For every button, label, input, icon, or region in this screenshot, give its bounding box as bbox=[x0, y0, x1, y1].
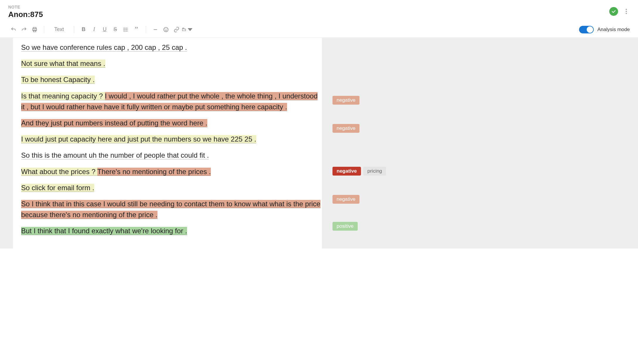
quote-button[interactable]: ” bbox=[131, 24, 142, 35]
transcript-line[interactable]: What about the prices ? There's no menti… bbox=[21, 166, 322, 177]
more-menu-button[interactable] bbox=[623, 8, 630, 15]
toolbar: Text B I U S ” Analysis mode bbox=[0, 21, 638, 38]
horizontal-rule-button[interactable] bbox=[150, 24, 161, 35]
tag-negative[interactable]: negative bbox=[332, 195, 359, 204]
toggle-knob bbox=[587, 26, 593, 33]
tag-row: negative bbox=[332, 123, 638, 134]
tag-positive[interactable]: positive bbox=[332, 222, 358, 231]
segment[interactable]: Is that meaning capacity ? bbox=[21, 92, 105, 100]
svg-point-8 bbox=[124, 31, 124, 31]
analysis-mode-toggle[interactable] bbox=[579, 26, 594, 33]
transcript-line[interactable]: So click for email form . bbox=[21, 182, 322, 193]
redo-icon bbox=[21, 27, 27, 33]
toolbar-divider bbox=[44, 26, 44, 33]
redo-button[interactable] bbox=[19, 24, 29, 35]
segment[interactable]: So I think that in this case I would sti… bbox=[21, 200, 320, 219]
tag-negative[interactable]: negative bbox=[332, 124, 359, 133]
segment[interactable]: I would just put capacity here and just … bbox=[21, 135, 256, 143]
link-icon bbox=[174, 27, 179, 33]
svg-point-12 bbox=[167, 29, 167, 29]
tags-column: negative negative negative pricing negat… bbox=[322, 38, 638, 249]
transcript-line[interactable]: But I think that I found exactly what we… bbox=[21, 225, 322, 236]
folder-button[interactable] bbox=[182, 24, 192, 35]
tag-negative[interactable]: negative bbox=[332, 96, 359, 105]
content-area: So we have conference rules cap , 200 ca… bbox=[0, 38, 638, 249]
chevron-down-icon bbox=[188, 27, 193, 33]
print-button[interactable] bbox=[29, 24, 40, 35]
undo-icon bbox=[11, 27, 16, 33]
analysis-mode-label: Analysis mode bbox=[597, 27, 630, 33]
strikethrough-button[interactable]: S bbox=[110, 24, 121, 35]
analysis-mode-toggle-wrap: Analysis mode bbox=[579, 26, 630, 33]
page-title: Anon:875 bbox=[8, 10, 43, 19]
list-button[interactable] bbox=[121, 24, 131, 35]
transcript-line[interactable]: Is that meaning capacity ? I would , I w… bbox=[21, 91, 322, 112]
svg-point-11 bbox=[165, 29, 165, 29]
underline-button[interactable]: U bbox=[99, 24, 110, 35]
svg-point-10 bbox=[164, 27, 168, 32]
folder-open-icon bbox=[182, 27, 187, 33]
editor-content[interactable]: So we have conference rules cap , 200 ca… bbox=[13, 38, 322, 249]
segment[interactable]: But I think that I found exactly what we… bbox=[21, 227, 187, 235]
segment[interactable]: What about the prices ? bbox=[21, 168, 97, 176]
minus-icon bbox=[152, 27, 158, 33]
svg-point-6 bbox=[124, 28, 124, 28]
header-right bbox=[609, 5, 630, 16]
transcript-line[interactable]: So this is the amount uh the number of p… bbox=[21, 150, 322, 161]
segment[interactable]: There's no mentioning of the prices . bbox=[97, 168, 211, 176]
italic-button[interactable]: I bbox=[89, 24, 99, 35]
tag-row: negative pricing bbox=[332, 166, 638, 177]
tag-row: positive bbox=[332, 221, 638, 232]
toolbar-divider bbox=[146, 26, 146, 33]
bold-button[interactable]: B bbox=[78, 24, 89, 35]
segment[interactable]: And they just put numbers instead of put… bbox=[21, 119, 207, 127]
segment[interactable]: So we have conference rules cap , 200 ca… bbox=[21, 43, 187, 52]
transcript-line[interactable]: And they just put numbers instead of put… bbox=[21, 118, 322, 128]
note-eyebrow: NOTE bbox=[8, 5, 43, 9]
transcript-line[interactable]: To be honest Capacity . bbox=[21, 74, 322, 85]
transcript-line[interactable]: Not sure what that means . bbox=[21, 58, 322, 69]
block-type-label[interactable]: Text bbox=[48, 26, 70, 33]
header: NOTE Anon:875 bbox=[0, 0, 638, 21]
tag-row: negative bbox=[332, 194, 638, 205]
saved-check-badge[interactable] bbox=[609, 7, 618, 16]
check-icon bbox=[611, 9, 616, 14]
segment[interactable]: So click for email form . bbox=[21, 184, 94, 192]
segment[interactable]: To be honest Capacity . bbox=[21, 76, 95, 84]
smile-icon bbox=[163, 27, 169, 33]
transcript-line[interactable]: I would just put capacity here and just … bbox=[21, 134, 322, 144]
tag-pricing[interactable]: pricing bbox=[363, 167, 386, 176]
toolbar-divider bbox=[74, 26, 74, 33]
header-left: NOTE Anon:875 bbox=[8, 5, 43, 19]
segment[interactable]: Not sure what that means . bbox=[21, 59, 105, 68]
transcript-line[interactable]: So I think that in this case I would sti… bbox=[21, 198, 322, 220]
tag-negative-strong[interactable]: negative bbox=[332, 167, 361, 176]
list-icon bbox=[123, 27, 129, 33]
link-button[interactable] bbox=[171, 24, 182, 35]
segment[interactable]: So this is the amount uh the number of p… bbox=[21, 151, 209, 159]
print-icon bbox=[32, 27, 38, 33]
undo-button[interactable] bbox=[8, 24, 19, 35]
svg-point-7 bbox=[124, 29, 124, 30]
emoji-button[interactable] bbox=[161, 24, 171, 35]
transcript-line[interactable]: So we have conference rules cap , 200 ca… bbox=[21, 42, 322, 53]
tag-row: negative bbox=[332, 95, 638, 106]
